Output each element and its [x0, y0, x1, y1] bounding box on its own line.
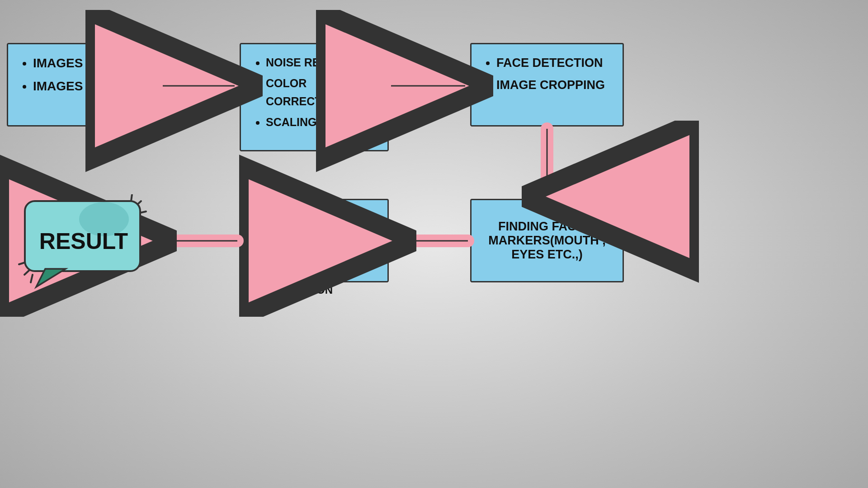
- box-input: IMAGES (OR) IMAGES FRAMES: [7, 43, 160, 127]
- box2-item1: NOISE REDUCTION: [266, 53, 376, 71]
- box2-item3: SCALING: [266, 113, 376, 131]
- box3-item2: IMAGE CROPPING: [496, 75, 611, 95]
- result-label: RESULT: [39, 228, 128, 254]
- box-expression: FACIAL EXPRESSION RECOGNITION EMOTION PR…: [240, 199, 389, 282]
- svg-line-15: [131, 194, 132, 201]
- box-preprocessing: NOISE REDUCTION COLOR CORRECTION SCALING: [240, 43, 389, 151]
- box1-item2: IMAGES FRAMES: [33, 76, 148, 97]
- box5-item2: EMOTION PREDICTION: [266, 264, 376, 299]
- box1-item1: IMAGES (OR): [33, 53, 148, 74]
- box-facial-markers: FINDING FACIAL MARKERS(MOUTH , EYES ETC.…: [470, 199, 624, 282]
- result-bubble: RESULT: [18, 194, 149, 294]
- box-face-detection: FACE DETECTION IMAGE CROPPING: [470, 43, 624, 127]
- box4-text: FINDING FACIAL MARKERS(MOUTH , EYES ETC.…: [483, 220, 611, 262]
- box3-item1: FACE DETECTION: [496, 53, 611, 73]
- svg-line-18: [31, 275, 33, 282]
- box2-item2: COLOR CORRECTION: [266, 74, 376, 110]
- box5-item1: FACIAL EXPRESSION RECOGNITION: [266, 209, 376, 261]
